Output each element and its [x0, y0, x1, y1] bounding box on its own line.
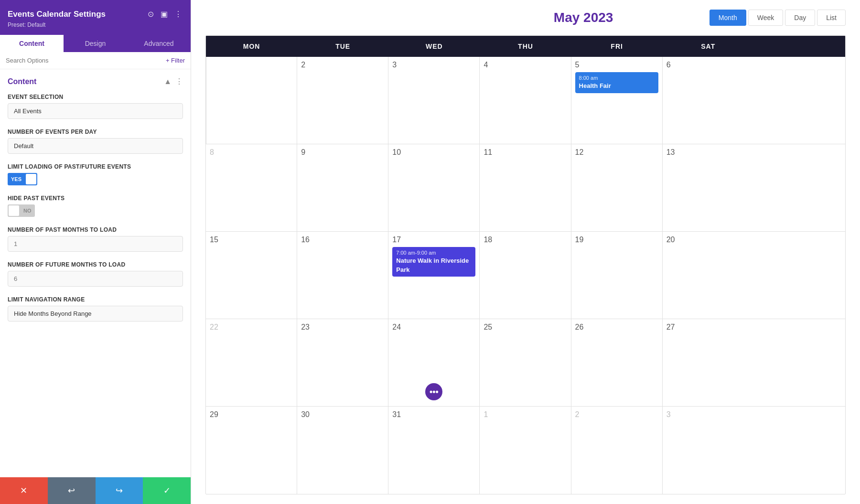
save-button[interactable]: ✓ — [143, 477, 191, 504]
cell-number: 6 — [666, 61, 671, 69]
event-nature-walk[interactable]: 7:00 am-9:00 am Nature Walk in Riverside… — [392, 247, 475, 277]
tab-content[interactable]: Content — [0, 35, 64, 52]
cell-may22[interactable]: 22 — [206, 319, 297, 406]
cell-may4[interactable]: 4 — [480, 57, 571, 144]
cell-number: 17 — [392, 236, 401, 244]
day-header-wed: WED — [388, 36, 480, 57]
view-list-btn[interactable]: List — [817, 10, 846, 26]
sidebar-search-bar: + Filter — [0, 52, 191, 69]
calendar-row-3: 15 16 17 7:00 am-9:00 am Nature Walk in … — [206, 232, 845, 319]
redo-button[interactable]: ↪ — [96, 477, 143, 504]
view-day-btn[interactable]: Day — [785, 10, 815, 26]
calendar-title: May 2023 — [457, 10, 709, 25]
event-selection-group: Event Selection All Events — [8, 94, 183, 119]
preset-label: Preset: Default — [8, 21, 183, 28]
cell-number: 13 — [666, 148, 675, 156]
cell-number: 5 — [575, 61, 580, 69]
cell-may3[interactable]: 3 — [388, 57, 480, 144]
cell-may6[interactable]: 6 — [663, 57, 754, 144]
cell-number: 12 — [575, 148, 584, 156]
event-time: 8:00 am — [579, 75, 655, 82]
limit-nav-select[interactable]: Hide Months Beyond Range — [8, 306, 183, 322]
cell-may5[interactable]: 5 8:00 am Health Fair — [571, 57, 663, 144]
collapse-section-btn[interactable]: ▲ — [164, 77, 172, 86]
cell-may12[interactable]: 12 — [571, 144, 663, 231]
cell-number: 1 — [484, 410, 488, 418]
cell-may16[interactable]: 16 — [297, 232, 388, 319]
sidebar-bottom-bar: ✕ ↩ ↪ ✓ — [0, 477, 191, 504]
cell-may26[interactable]: 26 — [571, 319, 663, 406]
cell-may8[interactable]: 8 — [206, 144, 297, 231]
calendar-header: May 2023 Month Week Day List — [205, 10, 846, 26]
event-health-fair[interactable]: 8:00 am Health Fair — [575, 72, 658, 93]
cell-may31[interactable]: 31 — [388, 407, 480, 494]
focus-icon-btn[interactable]: ⊙ — [147, 9, 155, 20]
cell-number: 16 — [301, 236, 310, 244]
cell-may30[interactable]: 30 — [297, 407, 388, 494]
hide-past-events-label: Hide Past Events — [8, 195, 183, 202]
cell-may25[interactable]: 25 — [480, 319, 571, 406]
sidebar-header-icons: ⊙ ▣ ⋮ — [147, 9, 183, 20]
cell-may1[interactable] — [206, 57, 297, 144]
view-month-btn[interactable]: Month — [710, 10, 746, 26]
limit-loading-toggle[interactable]: YES — [8, 173, 37, 185]
day-header-thu: THU — [480, 36, 571, 57]
past-months-input[interactable] — [8, 236, 183, 252]
filter-button[interactable]: + Filter — [166, 57, 185, 64]
cell-number: 27 — [666, 323, 675, 331]
future-months-label: Number Of Future Months To Load — [8, 261, 183, 268]
view-week-btn[interactable]: Week — [748, 10, 784, 26]
cell-may2[interactable]: 2 — [297, 57, 388, 144]
sidebar-title: Events Calendar Settings — [8, 10, 106, 19]
event-selection-select[interactable]: All Events — [8, 103, 183, 119]
future-months-input[interactable] — [8, 271, 183, 287]
cancel-button[interactable]: ✕ — [0, 477, 48, 504]
event-selection-label: Event Selection — [8, 94, 183, 100]
cell-jun3[interactable]: 3 — [663, 407, 754, 494]
cell-jun1[interactable]: 1 — [480, 407, 571, 494]
toggle-thumb — [26, 174, 36, 184]
cell-number: 25 — [484, 323, 492, 331]
cell-may20[interactable]: 20 — [663, 232, 754, 319]
cell-may27[interactable]: 27 — [663, 319, 754, 406]
limit-loading-toggle-row: YES — [8, 173, 183, 185]
number-of-events-group: Number Of Events Per Day Default — [8, 129, 183, 154]
cell-number: 26 — [575, 323, 584, 331]
cell-may15[interactable]: 15 — [206, 232, 297, 319]
day-header-mon: MON — [206, 36, 297, 57]
cell-may10[interactable]: 10 — [388, 144, 480, 231]
number-of-events-label: Number Of Events Per Day — [8, 129, 183, 135]
undo-button[interactable]: ↩ — [48, 477, 96, 504]
cell-may11[interactable]: 11 — [480, 144, 571, 231]
search-input[interactable] — [6, 57, 166, 64]
more-section-btn[interactable]: ⋮ — [175, 77, 183, 86]
cell-may19[interactable]: 19 — [571, 232, 663, 319]
main-content: May 2023 Month Week Day List MON TUE WED… — [191, 0, 860, 504]
tab-design[interactable]: Design — [64, 35, 127, 52]
limit-loading-label: Limit Loading Of Past/Future Events — [8, 163, 183, 170]
more-events-button[interactable]: ••• — [425, 383, 442, 400]
cell-may17[interactable]: 17 7:00 am-9:00 am Nature Walk in Rivers… — [388, 232, 480, 319]
toggle-yes-label: YES — [8, 174, 25, 184]
toggle-no-label: NO — [20, 206, 35, 215]
cell-number: 20 — [666, 236, 675, 244]
content-section-title: Content — [8, 77, 36, 86]
cell-jun2[interactable]: 2 — [571, 407, 663, 494]
calendar-grid: MON TUE WED THU FRI SAT 2 3 4 — [205, 35, 846, 494]
tab-advanced[interactable]: Advanced — [127, 35, 191, 52]
cell-may29[interactable]: 29 — [206, 407, 297, 494]
hide-past-toggle[interactable]: NO — [8, 204, 35, 217]
cell-number: 11 — [484, 148, 492, 156]
cell-may18[interactable]: 18 — [480, 232, 571, 319]
cell-number: 3 — [392, 61, 397, 69]
layout-icon-btn[interactable]: ▣ — [160, 9, 169, 20]
cell-may24[interactable]: 24 ••• — [388, 319, 480, 406]
number-of-events-select[interactable]: Default — [8, 138, 183, 154]
cell-may9[interactable]: 9 — [297, 144, 388, 231]
cell-may13[interactable]: 13 — [663, 144, 754, 231]
event-title: Nature Walk in Riverside Park — [396, 257, 472, 274]
cell-number: 30 — [301, 410, 310, 418]
cell-may23[interactable]: 23 — [297, 319, 388, 406]
past-months-group: Number Of Past Months To Load — [8, 226, 183, 252]
more-icon-btn[interactable]: ⋮ — [173, 9, 183, 20]
